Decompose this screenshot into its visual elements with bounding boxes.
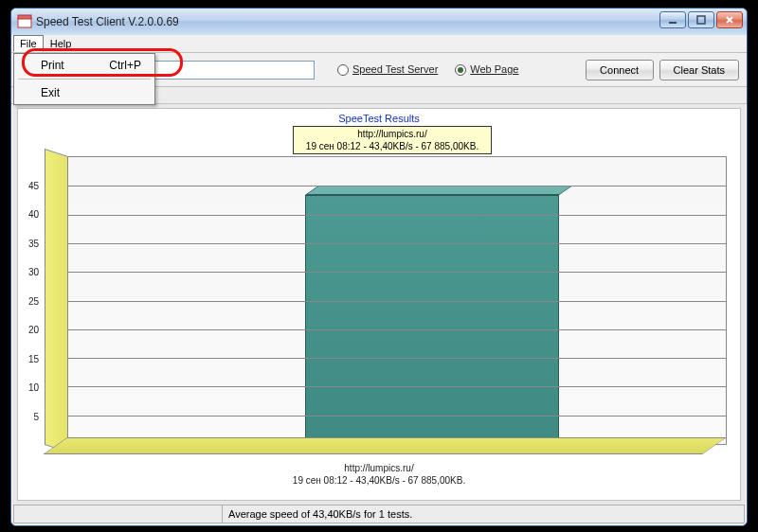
xlabel-line2: 19 сен 08:12 - 43,40KB/s - 67 885,00KB. [18,474,740,487]
radio-web-page[interactable]: Web Page [455,63,518,76]
status-left [13,505,222,523]
svg-rect-2 [669,22,677,24]
x-axis-label: http://lumpics.ru/ 19 сен 08:12 - 43,40K… [18,462,740,487]
app-icon [17,14,32,29]
menu-help[interactable]: Help [44,35,79,52]
menubar: File Help [11,35,747,53]
gridline [68,358,726,359]
y-tick-label: 20 [20,325,39,335]
gridline [68,301,726,302]
titlebar[interactable]: Speed Test Client V.2.0.0.69 [11,9,747,35]
gridline [68,272,726,273]
chart-title: SpeeTest Results [18,113,740,124]
status-text: Average speed of 43,40KB/s for 1 tests. [222,505,745,523]
menu-print-shortcut: Ctrl+P [109,59,141,72]
connect-button[interactable]: Connect [586,60,654,80]
y-tick-label: 15 [20,353,39,364]
y-tick-label: 40 [20,209,39,220]
tooltip-line1: http://lumpics.ru/ [296,128,489,140]
minimize-button[interactable] [659,11,686,28]
tooltip-line2: 19 сен 08:12 - 43,40KB/s - 67 885,00KB. [296,140,489,152]
menu-exit[interactable]: Exit [14,81,154,104]
menu-file[interactable]: File [13,35,44,52]
gridline [68,186,726,186]
menu-separator [18,79,151,80]
xlabel-line1: http://lumpics.ru/ [18,462,740,474]
plot-grid [67,156,727,445]
plot-floor [43,437,727,454]
radio-group: Speed Test Server Web Page [337,63,518,76]
bar-front [305,195,559,444]
y-tick-label: 35 [20,238,39,248]
y-tick-label: 5 [20,411,39,421]
window-title: Speed Test Client V.2.0.0.69 [36,15,179,28]
bar-0 [305,195,559,444]
plot-left-wall [45,149,67,452]
clear-stats-button[interactable]: Clear Stats [659,60,739,80]
chart-area: SpeeTest Results http://lumpics.ru/ 19 с… [17,108,741,501]
chart-tooltip: http://lumpics.ru/ 19 сен 08:12 - 43,40K… [293,126,492,154]
menu-print[interactable]: Print Ctrl+P [14,54,154,77]
statusbar: Average speed of 43,40KB/s for 1 tests. [13,505,745,523]
radio-speed-server[interactable]: Speed Test Server [337,63,438,76]
y-tick-label: 10 [20,382,39,393]
y-tick-label: 45 [20,180,39,190]
gridline [68,243,726,244]
y-tick-label: 25 [20,295,39,306]
file-dropdown: Print Ctrl+P Exit [13,53,155,105]
y-tick-label: 30 [20,267,39,277]
bar-top [305,186,572,195]
gridline [68,329,726,330]
maximize-button[interactable] [688,11,714,28]
svg-rect-3 [697,16,705,24]
menu-print-label: Print [41,59,64,72]
menu-exit-label: Exit [41,86,60,99]
gridline [68,416,726,417]
app-window: Speed Test Client V.2.0.0.69 File Help S… [10,8,748,526]
plot: 51015202530354045 [45,156,727,445]
gridline [68,215,726,216]
gridline [68,386,726,387]
close-button[interactable] [716,11,743,28]
svg-rect-1 [18,15,31,19]
